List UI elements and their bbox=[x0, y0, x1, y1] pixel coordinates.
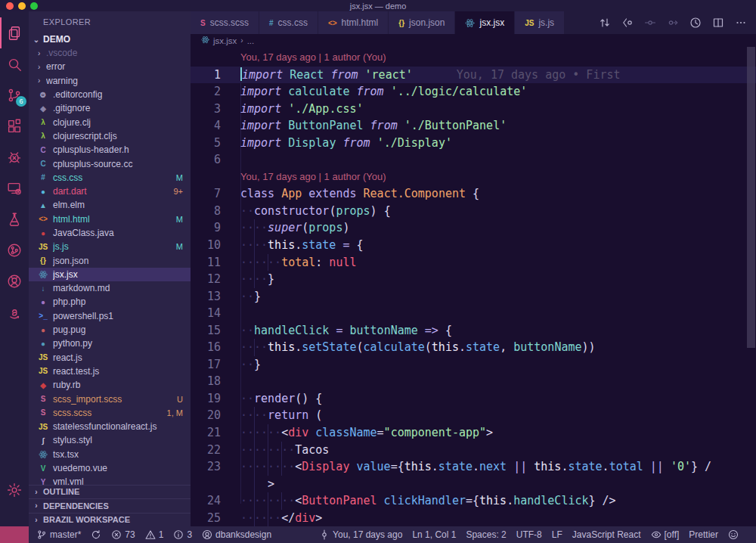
codelens[interactable]: You, 17 days ago | 1 author (You) bbox=[191, 169, 756, 186]
tree-item-stylus-styl[interactable]: ∫stylus.styl bbox=[29, 433, 191, 447]
line-number[interactable]: 11 bbox=[191, 254, 240, 272]
activity-amazon-icon[interactable] bbox=[0, 296, 29, 327]
status-git-branch[interactable]: master* bbox=[36, 529, 81, 540]
status-language-mode[interactable]: JavaScript React bbox=[572, 529, 641, 540]
breadcrumb-more[interactable]: ... bbox=[247, 36, 255, 45]
activity-extensions-icon[interactable] bbox=[0, 110, 29, 141]
line-number[interactable]: 1 bbox=[191, 67, 240, 84]
code-line-1[interactable]: 1import React from 'react'You, 17 days a… bbox=[191, 67, 756, 84]
tree-item-ruby-rb[interactable]: ◆ruby.rb bbox=[29, 378, 191, 392]
status-sync-changes[interactable] bbox=[91, 529, 101, 540]
previous-change-icon[interactable] bbox=[644, 17, 656, 29]
tab-js-js[interactable]: JSjs.js bbox=[515, 11, 564, 34]
tree-item-css-css[interactable]: #css.cssM bbox=[29, 171, 191, 185]
tree-item-clojure-clj[interactable]: λclojure.clj bbox=[29, 115, 191, 129]
code-line-10[interactable]: 10····this.state = { bbox=[191, 237, 756, 254]
tree-item-pug-pug[interactable]: ●pug.pug bbox=[29, 323, 191, 337]
code-line-6[interactable]: 6 bbox=[191, 151, 756, 169]
code-line-7[interactable]: 7class App extends React.Component { bbox=[191, 185, 756, 203]
status-github-account[interactable]: dbanksdesign bbox=[202, 529, 271, 540]
code-line-8[interactable]: 8··constructor(props) { bbox=[191, 203, 756, 220]
activity-explorer-icon[interactable] bbox=[0, 17, 29, 48]
code-line-3[interactable]: 3import './App.css' bbox=[191, 101, 756, 118]
code-line-5[interactable]: 5import Display from './Display' bbox=[191, 135, 756, 152]
tree-item-scss-import-scss[interactable]: Sscss_import.scssU bbox=[29, 392, 191, 405]
next-change-icon[interactable] bbox=[667, 17, 679, 29]
tree-item-jsx-jsx[interactable]: jsx.jsx bbox=[29, 268, 191, 281]
code-line-19[interactable]: 19··render() { bbox=[191, 390, 756, 408]
navigate-back-icon[interactable] bbox=[621, 17, 634, 29]
tree-item-react-test-js[interactable]: JSreact.test.js bbox=[29, 365, 191, 378]
activity-gitlens-icon[interactable] bbox=[0, 234, 29, 265]
line-number[interactable]: 2 bbox=[191, 83, 240, 101]
status-feedback[interactable] bbox=[728, 529, 739, 540]
line-number[interactable]: 9 bbox=[191, 219, 240, 237]
code-line-25[interactable]: 25······</div> bbox=[191, 510, 756, 526]
code-line-4[interactable]: 4import ButtonPanel from './ButtonPanel' bbox=[191, 117, 756, 135]
activity-github-icon[interactable] bbox=[0, 265, 29, 296]
tree-item-clojurescript-cljs[interactable]: λclojurescript.cljs bbox=[29, 129, 191, 143]
tree-item-markdown-md[interactable]: ↓markdown.md bbox=[29, 281, 191, 295]
remote-indicator[interactable] bbox=[0, 526, 29, 543]
codelens[interactable]: You, 17 days ago | 1 author (You) bbox=[191, 49, 756, 67]
line-number[interactable]: 24 bbox=[191, 492, 240, 510]
status-errors[interactable]: 73 bbox=[111, 529, 135, 540]
tree-item-yml-yml[interactable]: Yyml.yml bbox=[29, 475, 191, 484]
line-number[interactable]: 5 bbox=[191, 135, 240, 152]
code-line-16[interactable]: 16····this.setState(calculate(this.state… bbox=[191, 339, 756, 356]
status-encoding[interactable]: UTF-8 bbox=[516, 529, 542, 540]
code-line-9[interactable]: 9····super(props) bbox=[191, 219, 756, 237]
code-line-14[interactable]: 14 bbox=[191, 305, 756, 322]
line-number[interactable]: 19 bbox=[191, 390, 240, 408]
status-warnings[interactable]: 1 bbox=[145, 529, 164, 540]
code-line-21[interactable]: 21······<div className="component-app"> bbox=[191, 424, 756, 442]
tree-item-javaclass-java[interactable]: ●JavaClass.java bbox=[29, 226, 191, 240]
code-line-13[interactable]: 13··} bbox=[191, 288, 756, 306]
code-line-17[interactable]: 17··} bbox=[191, 356, 756, 374]
activity-remote-explorer-icon[interactable] bbox=[0, 172, 29, 203]
code-line-2[interactable]: 2import calculate from '../logic/calcula… bbox=[191, 83, 756, 101]
breadcrumb-file[interactable]: jsx.jsx bbox=[213, 36, 237, 45]
line-number[interactable] bbox=[191, 476, 240, 493]
tab-jsx-jsx[interactable]: jsx.jsx bbox=[455, 11, 514, 34]
tree-item--editorconfig[interactable]: ⚙.editorconfig bbox=[29, 88, 191, 101]
tree-item-error[interactable]: ›error bbox=[29, 60, 191, 73]
tree-item-cplusplus-source-cc[interactable]: Ccplusplus-source.cc bbox=[29, 157, 191, 170]
code-line-11[interactable]: 11······total: null bbox=[191, 254, 756, 272]
split-editor-icon[interactable] bbox=[712, 17, 724, 29]
activity-search-icon[interactable] bbox=[0, 48, 29, 79]
tree-item-php-php[interactable]: ●php.php bbox=[29, 295, 191, 309]
line-number[interactable]: 21 bbox=[191, 424, 240, 442]
line-number[interactable]: 13 bbox=[191, 288, 240, 306]
status-blame-info[interactable]: You, 17 days ago bbox=[319, 529, 402, 540]
open-changes-icon[interactable] bbox=[599, 17, 611, 29]
line-number[interactable]: 20 bbox=[191, 407, 240, 424]
tree-item--vscode[interactable]: ›.vscode bbox=[29, 46, 191, 60]
status-error-lens-toggle[interactable]: [off] bbox=[651, 529, 680, 540]
line-number[interactable]: 7 bbox=[191, 185, 240, 203]
line-number[interactable]: 23 bbox=[191, 458, 240, 476]
line-number[interactable]: 3 bbox=[191, 101, 240, 118]
line-number[interactable]: 18 bbox=[191, 373, 240, 390]
code-line-23[interactable]: 23········<Display value={this.state.nex… bbox=[191, 458, 756, 476]
status-infos[interactable]: 3 bbox=[173, 529, 192, 540]
tree-item-elm-elm[interactable]: ▲elm.elm bbox=[29, 198, 191, 212]
line-number[interactable]: 22 bbox=[191, 442, 240, 459]
line-number[interactable]: 16 bbox=[191, 339, 240, 356]
status-eol[interactable]: LF bbox=[552, 529, 562, 540]
activity-source-control-icon[interactable]: 6 bbox=[0, 79, 29, 110]
code-line-15[interactable]: 15··handleClick = buttonName => { bbox=[191, 322, 756, 340]
tree-item-html-html[interactable]: <>html.htmlM bbox=[29, 213, 191, 226]
project-root-demo[interactable]: ⌄ DEMO bbox=[29, 33, 191, 46]
line-number[interactable]: 10 bbox=[191, 237, 240, 254]
line-number[interactable]: 12 bbox=[191, 271, 240, 288]
section-dependencies[interactable]: ›DEPENDENCIES bbox=[29, 498, 191, 513]
section-outline[interactable]: ›OUTLINE bbox=[29, 485, 191, 499]
line-number[interactable]: 6 bbox=[191, 151, 240, 169]
activity-debug-icon[interactable] bbox=[0, 141, 29, 172]
tree-item-statelessfunctionalreact-js[interactable]: JSstatelessfunctionalreact.js bbox=[29, 420, 191, 433]
tree-item-tsx-tsx[interactable]: tsx.tsx bbox=[29, 448, 191, 461]
code-line-18[interactable]: 18 bbox=[191, 373, 756, 390]
tree-item-react-js[interactable]: JSreact.js bbox=[29, 351, 191, 365]
code-line-wrap[interactable]: > bbox=[191, 476, 756, 493]
